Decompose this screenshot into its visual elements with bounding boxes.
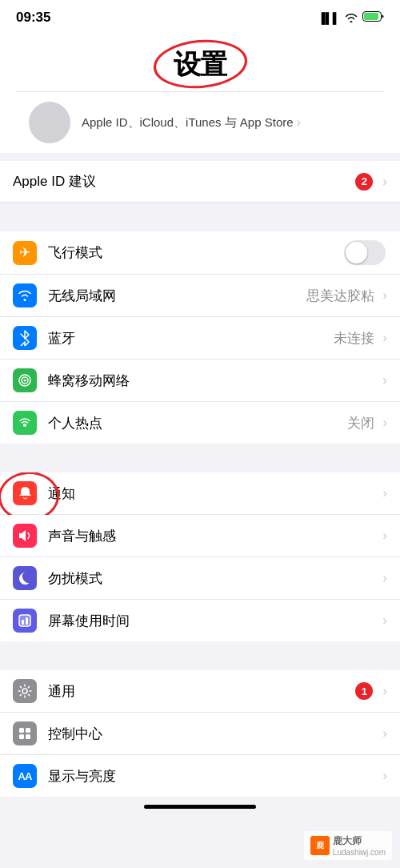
- notifications-icon: [13, 481, 37, 505]
- svg-rect-1: [364, 13, 378, 20]
- notification-settings-group: 通知 › 声音与触感 › 勿扰模式 ›: [0, 472, 400, 641]
- notifications-row[interactable]: 通知 ›: [0, 472, 400, 515]
- bluetooth-label: 蓝牙: [48, 329, 334, 348]
- status-bar: 09:35 ▐▌▌: [0, 0, 400, 35]
- screentime-chevron: ›: [382, 613, 387, 629]
- suggestion-chevron: ›: [382, 174, 387, 190]
- hotspot-value: 关闭: [347, 414, 374, 432]
- control-center-icon: [13, 721, 37, 745]
- wifi-chevron: ›: [382, 287, 387, 303]
- wifi-label: 无线局域网: [48, 287, 306, 305]
- sounds-icon: [13, 524, 37, 548]
- control-center-row[interactable]: 控制中心 ›: [0, 713, 400, 755]
- display-row[interactable]: AA 显示与亮度 ›: [0, 755, 400, 797]
- bluetooth-row[interactable]: 蓝牙 未连接 ›: [0, 317, 400, 360]
- display-label: 显示与亮度: [48, 767, 379, 786]
- apple-id-row[interactable]: Apple ID、iCloud、iTunes 与 App Store ›: [16, 91, 384, 153]
- sounds-label: 声音与触感: [48, 527, 379, 545]
- apple-id-suggestion-group: Apple ID 建议 2 ›: [0, 161, 400, 203]
- airplane-label: 飞行模式: [48, 243, 344, 262]
- bluetooth-value: 未连接: [334, 329, 374, 348]
- bluetooth-chevron: ›: [382, 330, 387, 346]
- dnd-label: 勿扰模式: [48, 569, 379, 588]
- wifi-value: 思美达胶粘: [306, 287, 374, 305]
- avatar: [29, 102, 70, 143]
- svg-rect-13: [19, 734, 24, 739]
- sounds-chevron: ›: [382, 528, 387, 544]
- title-circle-annotation: 设置: [174, 46, 227, 83]
- svg-point-5: [23, 424, 26, 427]
- divider-1: [0, 153, 400, 161]
- watermark: 鹿 鹿大师 Ludashiwj.com: [304, 831, 392, 860]
- hotspot-chevron: ›: [382, 415, 387, 431]
- svg-rect-9: [26, 617, 28, 625]
- divider-2: [0, 203, 400, 231]
- cellular-chevron: ›: [382, 372, 387, 388]
- control-center-label: 控制中心: [48, 725, 379, 743]
- status-time: 09:35: [16, 10, 50, 26]
- page-title: 设置: [174, 49, 227, 79]
- airplane-toggle[interactable]: [344, 240, 386, 265]
- screentime-icon: [13, 609, 37, 633]
- apple-id-chevron: ›: [297, 115, 302, 131]
- svg-point-4: [24, 380, 26, 382]
- battery-icon: [362, 11, 384, 24]
- home-indicator: [0, 797, 400, 814]
- watermark-brand: 鹿大师: [333, 834, 386, 848]
- general-chevron: ›: [382, 683, 387, 699]
- svg-rect-8: [22, 620, 24, 625]
- display-chevron: ›: [382, 768, 387, 784]
- svg-rect-14: [26, 734, 30, 739]
- screentime-row[interactable]: 屏幕使用时间 ›: [0, 600, 400, 641]
- wifi-icon: [345, 11, 358, 25]
- watermark-logo: 鹿: [310, 836, 330, 855]
- watermark-text: 鹿大师 Ludashiwj.com: [333, 834, 386, 857]
- apple-id-suggestion-row[interactable]: Apple ID 建议 2 ›: [0, 161, 400, 203]
- toggle-thumb: [346, 242, 367, 263]
- airplane-icon: ✈: [13, 241, 37, 265]
- general-icon: [13, 679, 37, 703]
- apple-id-suggestion-label: Apple ID 建议: [13, 172, 355, 191]
- general-row[interactable]: 通用 1 ›: [0, 670, 400, 713]
- sounds-row[interactable]: 声音与触感 ›: [0, 515, 400, 557]
- page-title-wrapper: 设置: [16, 42, 384, 91]
- hotspot-row[interactable]: 个人热点 关闭 ›: [0, 402, 400, 444]
- hotspot-label: 个人热点: [48, 414, 347, 432]
- status-icons: ▐▌▌: [318, 11, 384, 25]
- general-badge: 1: [355, 682, 373, 700]
- apple-id-text: Apple ID、iCloud、iTunes 与 App Store: [82, 115, 294, 131]
- screentime-label: 屏幕使用时间: [48, 612, 379, 630]
- general-label: 通用: [48, 682, 355, 701]
- cellular-icon: [13, 368, 37, 392]
- notifications-label: 通知: [48, 484, 379, 503]
- suggestion-badge: 2: [355, 173, 373, 191]
- dnd-icon: [13, 566, 37, 590]
- signal-icon: ▐▌▌: [318, 12, 340, 24]
- airplane-mode-row[interactable]: ✈ 飞行模式: [0, 231, 400, 275]
- svg-rect-11: [19, 728, 24, 733]
- divider-3: [0, 444, 400, 472]
- hotspot-icon: [13, 411, 37, 435]
- notifications-chevron: ›: [382, 485, 387, 501]
- network-settings-group: ✈ 飞行模式 无线局域网 思美达胶粘 › 蓝牙 未连接 ›: [0, 231, 400, 444]
- general-settings-group: 通用 1 › 控制中心 › AA 显示与亮度 ›: [0, 670, 400, 797]
- wifi-setting-icon: [13, 283, 37, 307]
- bluetooth-icon: [13, 326, 37, 350]
- notifications-icon-wrapper: [13, 481, 48, 505]
- svg-point-10: [22, 689, 27, 693]
- display-icon: AA: [13, 764, 37, 788]
- dnd-row[interactable]: 勿扰模式 ›: [0, 557, 400, 600]
- header-section: 设置 Apple ID、iCloud、iTunes 与 App Store ›: [0, 35, 400, 153]
- dnd-chevron: ›: [382, 570, 387, 586]
- divider-4: [0, 641, 400, 670]
- svg-rect-12: [26, 728, 30, 733]
- home-bar: [144, 805, 256, 809]
- watermark-url: Ludashiwj.com: [333, 848, 386, 857]
- cellular-row[interactable]: 蜂窝移动网络 ›: [0, 360, 400, 402]
- svg-rect-6: [19, 615, 30, 626]
- cellular-label: 蜂窝移动网络: [48, 372, 379, 390]
- wifi-row[interactable]: 无线局域网 思美达胶粘 ›: [0, 275, 400, 317]
- control-center-chevron: ›: [382, 725, 387, 741]
